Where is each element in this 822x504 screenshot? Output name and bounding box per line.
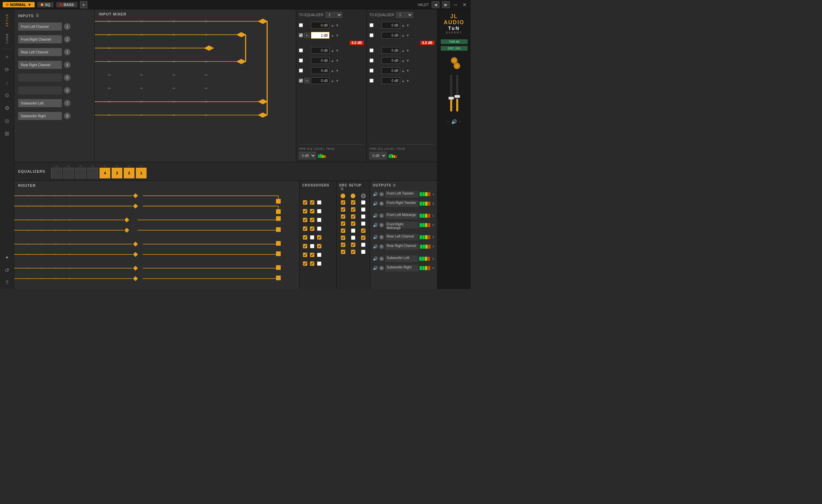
- eq-2-val-6[interactable]: [382, 77, 400, 84]
- channel-label-6[interactable]: [18, 86, 62, 94]
- cr-1-c3[interactable]: [317, 200, 321, 205]
- sidebar-add-button[interactable]: ＋: [2, 52, 12, 62]
- output-c-speaker[interactable]: 🔊: [373, 213, 378, 218]
- cr-6-c3[interactable]: [317, 244, 321, 248]
- eq-1-up-3[interactable]: ▲: [331, 49, 334, 52]
- cr-8-c1[interactable]: [303, 261, 307, 266]
- eq-2-cb-5[interactable]: [369, 69, 374, 73]
- eq-2-dn-2[interactable]: ▼: [406, 34, 409, 37]
- sidebar-gear2-button[interactable]: ◎: [2, 116, 12, 126]
- output-a-speaker[interactable]: 🔊: [373, 192, 378, 197]
- cr-6-c2[interactable]: [310, 244, 314, 248]
- eq-1-cb-3[interactable]: [299, 48, 303, 52]
- eq-2-dn-3[interactable]: ▼: [406, 49, 409, 52]
- output-g-speaker[interactable]: 🔊: [373, 256, 378, 261]
- eq-2-dn-6[interactable]: ▼: [406, 79, 409, 83]
- eq-1-cb-5[interactable]: [299, 69, 303, 73]
- cr-7-c2[interactable]: [310, 253, 314, 257]
- eq-1-val-1[interactable]: [311, 22, 329, 29]
- pre-eq-1-select[interactable]: 0 dB: [299, 152, 316, 159]
- eq-1-up-4[interactable]: ▲: [331, 59, 334, 62]
- drc-4-c3[interactable]: [361, 221, 365, 226]
- eq-2-dn-1[interactable]: ▼: [406, 24, 409, 27]
- eq-slot-7[interactable]: 2: [124, 168, 134, 178]
- eq-1-dn-1[interactable]: ▼: [336, 24, 339, 27]
- eq-2-dn-5[interactable]: ▼: [406, 69, 409, 73]
- eq-1-val-4[interactable]: [311, 57, 329, 64]
- to-eq-1-select[interactable]: 213: [325, 12, 342, 18]
- sidebar-settings-button[interactable]: ⚙: [2, 103, 12, 114]
- drc-menu-icon[interactable]: ☰: [341, 187, 344, 191]
- eq-1-up-2[interactable]: ▲: [331, 34, 334, 37]
- eq-1-up-6[interactable]: ▲: [331, 79, 334, 83]
- cr-2-c3[interactable]: [317, 209, 321, 213]
- eq-1-up-5[interactable]: ▲: [331, 69, 334, 73]
- cr-1-c2[interactable]: [310, 200, 314, 205]
- vol-thumb-left[interactable]: [448, 97, 454, 99]
- preset-bass-button[interactable]: BASS: [56, 2, 77, 7]
- nav-forward-button[interactable]: ▶: [442, 1, 450, 8]
- sidebar-tab-tune[interactable]: TUNE: [4, 30, 10, 47]
- cr-5-c1[interactable]: [303, 235, 307, 240]
- drc-3-c3[interactable]: [361, 214, 365, 219]
- drc-col2-radio[interactable]: [351, 194, 355, 198]
- sidebar-upload-button[interactable]: ⟳: [2, 65, 12, 75]
- drc-8-c1[interactable]: [341, 250, 345, 254]
- drc-7-c3[interactable]: [361, 243, 365, 247]
- eq-2-cb-2[interactable]: [369, 33, 374, 37]
- eq-1-cb-1[interactable]: [299, 23, 303, 27]
- drc-5-c3[interactable]: [361, 228, 365, 233]
- channel-label-4[interactable]: [18, 61, 62, 69]
- cr-3-c2[interactable]: [310, 218, 314, 222]
- drc-4-c2[interactable]: [351, 221, 355, 226]
- eq-1-val-2[interactable]: [311, 32, 329, 39]
- eq-2-dn-4[interactable]: ▼: [406, 59, 409, 62]
- to-eq-2-select[interactable]: 123: [396, 12, 413, 18]
- cr-3-c3[interactable]: [317, 218, 321, 222]
- eq-1-dn-3[interactable]: ▼: [336, 49, 339, 52]
- drc-2-c3[interactable]: [361, 207, 365, 212]
- channel-label-8[interactable]: [18, 112, 62, 120]
- mute-button[interactable]: 🔊: [451, 119, 457, 124]
- channel-label-1[interactable]: [18, 23, 62, 31]
- output-f-speaker[interactable]: 🔊: [373, 244, 378, 249]
- eq-2-cb-6[interactable]: [369, 79, 374, 83]
- eq-2-val-5[interactable]: [382, 67, 400, 74]
- eq-2-up-3[interactable]: ▲: [401, 49, 405, 52]
- eq-slot-6[interactable]: 3: [112, 168, 122, 178]
- eq-2-val-3[interactable]: [382, 47, 400, 54]
- sidebar-refresh-button[interactable]: ↺: [2, 265, 12, 276]
- eq-2-up-1[interactable]: ▲: [401, 24, 405, 27]
- drc-1-c2[interactable]: [351, 200, 355, 205]
- device1-badge[interactable]: TWk 88: [441, 39, 468, 44]
- drc-1-c3[interactable]: [361, 200, 365, 205]
- drc-2-c2[interactable]: [351, 207, 355, 212]
- cr-7-c1[interactable]: [303, 253, 307, 257]
- output-b-speaker[interactable]: 🔊: [373, 201, 378, 206]
- drc-7-c1[interactable]: [341, 243, 345, 247]
- drc-3-c2[interactable]: [351, 214, 355, 219]
- outputs-menu-icon[interactable]: ☰: [393, 183, 396, 187]
- drc-col3-radio[interactable]: [361, 194, 366, 198]
- cr-4-c1[interactable]: [303, 226, 307, 231]
- drc-5-c1[interactable]: [341, 228, 345, 233]
- eq-1-dn-6[interactable]: ▼: [336, 79, 339, 83]
- drc-8-c2[interactable]: [351, 250, 355, 254]
- pre-eq-2-select[interactable]: 0 dB: [369, 152, 387, 159]
- eq-2-cb-1[interactable]: [369, 23, 374, 27]
- eq-slot-1[interactable]: [51, 168, 62, 178]
- drc-1-c1[interactable]: [341, 200, 345, 205]
- drc-5-c2[interactable]: [351, 228, 355, 233]
- preset-sq-button[interactable]: SQ: [37, 2, 53, 7]
- eq-1-val-3[interactable]: [311, 47, 329, 54]
- sidebar-tab-setup[interactable]: SETUP: [4, 11, 10, 30]
- output-d-speaker[interactable]: 🔊: [373, 223, 378, 227]
- eq-slot-5[interactable]: 4: [100, 168, 110, 178]
- cr-3-c1[interactable]: [303, 218, 307, 222]
- drc-3-c1[interactable]: [341, 214, 345, 219]
- drc-6-c2[interactable]: [351, 236, 355, 240]
- cr-5-c2[interactable]: [310, 235, 314, 240]
- cr-8-c3[interactable]: [317, 261, 321, 266]
- eq-1-dn-2[interactable]: ▼: [336, 34, 339, 37]
- drc-col1-radio[interactable]: [341, 194, 345, 198]
